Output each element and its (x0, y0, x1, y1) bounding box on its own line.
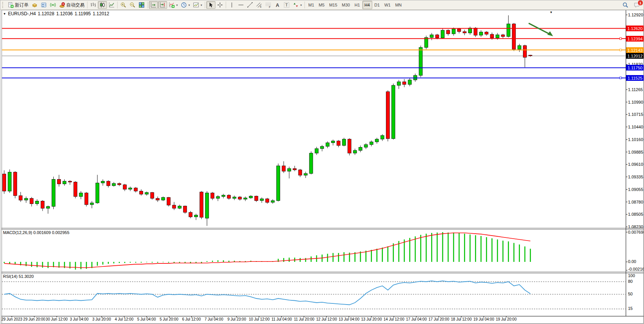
timeframe-M30-button[interactable]: M30 (340, 1, 352, 9)
tile-windows-button[interactable] (137, 1, 146, 9)
chevron-down-icon: ▾ (300, 3, 302, 7)
crosshair-button[interactable] (215, 1, 225, 9)
toolbar-separator (147, 2, 148, 8)
indicators-icon (169, 2, 175, 8)
vertical-line-icon (229, 2, 235, 8)
toolbar-separator (205, 2, 205, 8)
line-chart-icon (108, 2, 115, 8)
signals-button[interactable] (48, 1, 57, 9)
horizontal-line-button[interactable] (236, 1, 245, 9)
vertical-line-button[interactable] (227, 1, 236, 9)
svg-text:A: A (276, 3, 279, 8)
zoom-out-icon (129, 2, 135, 8)
toolbar-grip[interactable] (2, 2, 5, 8)
new-order-icon (8, 2, 14, 8)
arrows-icon (293, 2, 299, 8)
trendline-button[interactable] (245, 1, 255, 9)
trendline-icon (247, 2, 253, 8)
auto-scroll-icon (150, 2, 156, 8)
new-order-button[interactable]: 新订单 (6, 1, 30, 9)
templates-button[interactable]: ▾ (191, 1, 204, 9)
channel-icon: E (256, 2, 262, 8)
svg-text:F: F (269, 6, 271, 8)
toolbar-separator (117, 2, 118, 8)
timeframe-W1-button[interactable]: W1 (382, 1, 393, 9)
timeframe-toolbar: M1M5M15M30H1H4D1W1MN (306, 1, 404, 9)
timeframe-H1-button[interactable]: H1 (352, 1, 362, 9)
zoom-out-button[interactable] (128, 1, 137, 9)
auto-trading-icon (59, 2, 65, 8)
notification-badge: 1 (638, 0, 643, 6)
fibonacci-icon: F (265, 2, 271, 8)
text-label-icon: T (284, 2, 290, 8)
template-icon (193, 2, 199, 8)
timeframe-MN-button[interactable]: MN (393, 1, 404, 9)
data-window-button[interactable] (39, 1, 48, 9)
timeframe-H4-button[interactable]: H4 (362, 1, 372, 9)
signal-icon (50, 2, 56, 8)
main-toolbar: 新订单自动交易▾▾▾EFAT▾ M1M5M15M30H1H4D1W1MN 1 (0, 0, 644, 10)
auto-trading-button[interactable]: 自动交易 (57, 1, 86, 9)
toolbar-separator (226, 2, 226, 8)
chevron-down-icon: ▾ (188, 3, 190, 7)
text-button[interactable]: A (273, 1, 282, 9)
toolbar-items: 新订单自动交易▾▾▾EFAT▾ (6, 1, 306, 9)
text-label-button[interactable]: T (282, 1, 291, 9)
toolbar-separator (304, 2, 305, 8)
market-watch-icon (32, 2, 38, 8)
toolbar-separator (87, 2, 88, 8)
svg-text:E: E (260, 5, 262, 8)
toolbar-right: 1 (621, 1, 642, 9)
candlestick-chart-button[interactable] (98, 1, 107, 9)
fibonacci-retracement-button[interactable]: F (264, 1, 273, 9)
auto-trading-label: 自动交易 (66, 2, 84, 8)
zoom-in-icon (120, 2, 126, 8)
clock-icon (181, 2, 187, 8)
equidistant-channel-button[interactable]: E (255, 1, 264, 9)
price-chart-canvas (0, 0, 644, 324)
timeframe-M5-button[interactable]: M5 (316, 1, 327, 9)
text-icon: A (274, 2, 281, 8)
bar-chart-button[interactable] (89, 1, 98, 9)
search-button[interactable] (621, 1, 630, 9)
timeframe-D1-button[interactable]: D1 (372, 1, 382, 9)
mt4-window: 新订单自动交易▾▾▾EFAT▾ M1M5M15M30H1H4D1W1MN 1 ▼… (0, 0, 644, 324)
chat-button[interactable]: 1 (632, 1, 641, 9)
candlestick-icon (99, 2, 105, 8)
arrow-objects-button[interactable]: ▾ (291, 1, 303, 9)
tile-windows-icon (139, 2, 145, 8)
indicators-button[interactable]: ▾ (167, 1, 179, 9)
search-icon (622, 2, 628, 8)
new-order-label: 新订单 (15, 2, 29, 8)
chevron-down-icon: ▾ (176, 3, 178, 7)
crosshair-icon (217, 2, 223, 8)
line-chart-button[interactable] (107, 1, 116, 9)
timeframe-M1-button[interactable]: M1 (306, 1, 316, 9)
auto-scroll-button[interactable] (149, 1, 158, 9)
timeframe-M15-button[interactable]: M15 (327, 1, 340, 9)
chevron-down-icon: ▾ (201, 3, 202, 7)
periods-button[interactable]: ▾ (179, 1, 191, 9)
horizontal-line-icon (238, 2, 244, 8)
cursor-button[interactable] (206, 1, 215, 9)
market-watch-button[interactable] (30, 1, 39, 9)
chart-shift-icon (159, 2, 166, 8)
zoom-in-button[interactable] (119, 1, 128, 9)
cursor-icon (208, 2, 214, 8)
svg-text:T: T (285, 3, 288, 7)
data-window-icon (41, 2, 47, 8)
chart-shift-button[interactable] (158, 1, 167, 9)
bar-chart-icon (90, 2, 96, 8)
